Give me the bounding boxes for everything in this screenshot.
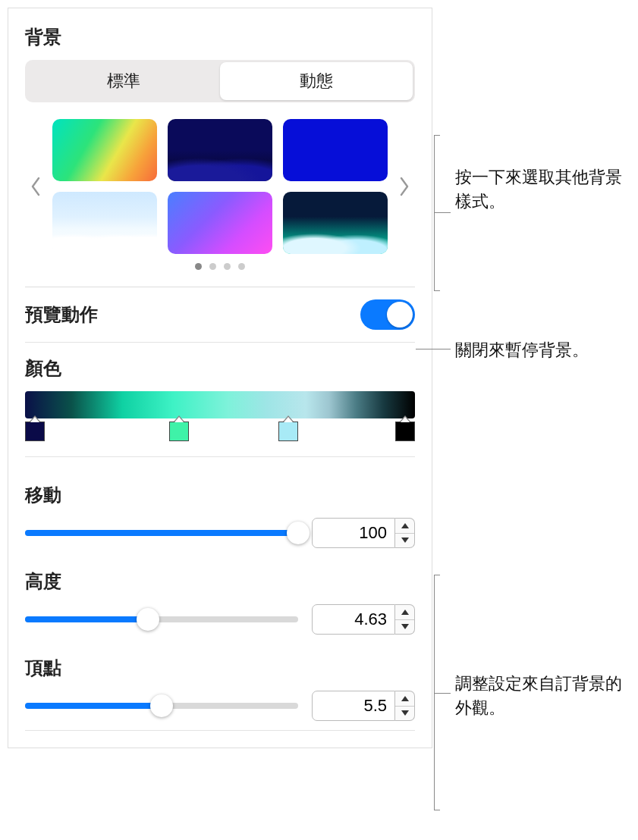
move-label: 移動 [25,483,415,507]
stepper-down-icon[interactable] [395,707,414,721]
color-stop[interactable] [278,422,298,441]
bg-thumb[interactable] [52,192,157,254]
seg-dynamic[interactable]: 動態 [220,62,413,100]
height-label: 高度 [25,569,415,594]
move-value-input[interactable] [312,518,395,548]
page-dot[interactable] [195,263,202,270]
bg-thumb[interactable] [168,192,272,254]
color-stop[interactable] [169,422,189,441]
stepper-up-icon[interactable] [395,519,414,534]
preview-motion-row: 預覽動作 [25,287,415,343]
color-stop[interactable] [25,422,45,441]
top-slider-row [25,691,415,721]
height-slider-row [25,604,415,635]
color-gradient-bar[interactable] [25,391,415,418]
seg-standard[interactable]: 標準 [27,62,220,100]
color-stops-row [25,422,415,457]
callout-text: 調整設定來自訂背景的外觀。 [455,674,622,717]
height-stepper [312,604,415,635]
bg-thumb[interactable] [168,119,272,181]
page-dot[interactable] [238,263,245,270]
height-slider[interactable] [25,616,298,622]
sliders-section: 移動 高度 [25,466,415,731]
page-dot[interactable] [209,263,216,270]
top-value-input[interactable] [312,691,395,721]
stepper-up-icon[interactable] [395,691,414,707]
preview-motion-label: 預覽動作 [25,302,98,327]
chevron-left-icon[interactable] [25,171,46,202]
callout-toggle: 關閉來暫停背景。 [455,338,630,362]
callout-text: 關閉來暫停背景。 [455,340,589,359]
stepper-up-icon[interactable] [395,605,414,620]
callout-text: 按一下來選取其他背景樣式。 [455,168,622,211]
chevron-right-icon[interactable] [394,171,415,202]
inspector-panel: 背景 標準 動態 預覽動作 顏色 [8,8,432,748]
top-stepper [312,691,415,721]
callout-pick-bg: 按一下來選取其他背景樣式。 [455,165,630,214]
background-type-segmented[interactable]: 標準 動態 [25,60,415,102]
page-dot[interactable] [224,263,231,270]
bg-thumb[interactable] [283,192,388,254]
move-slider-row [25,518,415,548]
background-carousel [25,119,415,254]
stepper-down-icon[interactable] [395,620,414,635]
move-stepper [312,518,415,548]
top-slider[interactable] [25,703,298,709]
top-label: 頂點 [25,656,415,680]
color-stop[interactable] [395,422,415,441]
bg-thumb[interactable] [283,119,388,181]
background-thumbnails [52,119,388,254]
toggle-knob [387,302,413,328]
divider [25,730,415,731]
color-section: 顏色 [25,343,415,457]
stepper-down-icon[interactable] [395,534,414,548]
move-slider[interactable] [25,530,298,536]
height-value-input[interactable] [312,604,395,635]
bg-thumb[interactable] [52,119,157,181]
preview-motion-toggle[interactable] [360,299,415,330]
color-label: 顏色 [25,356,415,381]
callout-adjust: 調整設定來自訂背景的外觀。 [455,672,630,720]
section-title-background: 背景 [25,25,415,49]
carousel-page-dots[interactable] [25,263,415,270]
